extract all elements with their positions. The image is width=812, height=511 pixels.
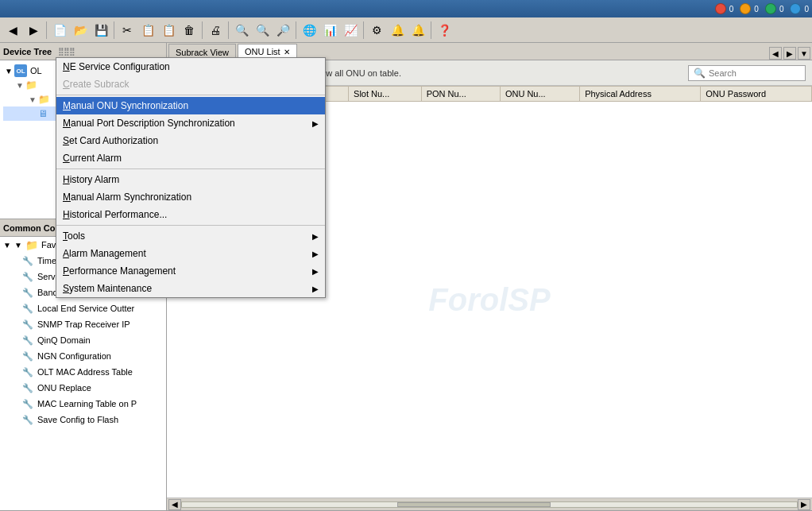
menu-tools[interactable]: Tools ▶	[56, 227, 325, 245]
menu-manual-port-desc-label: Manual Port Description Synchronization	[63, 118, 235, 129]
tb-yellow-btn[interactable]	[740, 3, 751, 14]
menu-manual-onu-sync[interactable]: Manual ONU Synchronization	[56, 97, 325, 114]
menu-set-card-auth[interactable]: Set Card Authorization	[56, 132, 325, 149]
tb-red-btn[interactable]	[715, 3, 726, 14]
toolbar-btn-search[interactable]: 🔍	[232, 21, 251, 40]
toolbar-btn-help[interactable]: ❓	[435, 21, 454, 40]
toolbar-btn-delete[interactable]: 🗑	[180, 21, 199, 40]
toolbar-btn-zoom-out[interactable]: 🔎	[273, 21, 292, 40]
list-item-olt-mac[interactable]: 🔧 OLT MAC Address Table	[0, 364, 166, 380]
tab-nav-right[interactable]: ▶	[783, 47, 796, 60]
search-box[interactable]: 🔍	[688, 65, 806, 81]
toolbar-sep-5	[296, 21, 296, 39]
toolbar-sep-3	[202, 21, 203, 39]
watermark: ForolSP	[428, 282, 550, 318]
item-label-9: MAC Learning Table on P	[37, 399, 137, 408]
menu-history-alarm-label: History Alarm	[63, 174, 119, 185]
search-input[interactable]	[709, 68, 796, 78]
col-slot-nu: Slot Nu...	[349, 87, 422, 102]
toolbar-btn-print[interactable]: 🖨	[206, 21, 225, 40]
menu-current-alarm-label: Current Alarm	[63, 153, 122, 164]
toolbar-btn-graph[interactable]: 📈	[341, 21, 360, 40]
menu-historical-perf[interactable]: Historical Performance...	[56, 206, 325, 223]
tb-green-btn[interactable]	[765, 3, 776, 14]
col-onu-nu: ONU Nu...	[500, 87, 579, 102]
col-physical-address: Physical Address	[580, 87, 701, 102]
horizontal-scrollbar[interactable]: ◀ ▶	[167, 497, 812, 510]
tb-blue-btn[interactable]	[790, 3, 801, 14]
toolbar-btn-settings[interactable]: ⚙	[367, 21, 386, 40]
toolbar-btn-save[interactable]: 💾	[91, 21, 110, 40]
tb-group-3: 0	[765, 3, 784, 14]
titlebar-controls: 0 0 0 0	[715, 3, 809, 14]
tree-icon-1: 📁	[25, 79, 37, 91]
menu-ne-service-label: NE Service Configuration	[63, 61, 170, 72]
list-item-qinq[interactable]: 🔧 QinQ Domain	[0, 332, 166, 348]
menu-manual-port-desc[interactable]: Manual Port Description Synchronization …	[56, 114, 325, 132]
toolbar-btn-forward[interactable]: ▶	[24, 21, 43, 40]
item-icon-0: 🔧	[22, 256, 33, 266]
item-icon-8: 🔧	[22, 383, 33, 393]
item-icon-2: 🔧	[22, 288, 33, 298]
toolbar-btn-open[interactable]: 📂	[71, 21, 90, 40]
item-label-6: NGN Configuration	[37, 351, 111, 361]
item-label-3: Local End Service Outter	[37, 304, 134, 313]
menu-ne-service[interactable]: NE Service Configuration	[56, 58, 325, 75]
toolbar-btn-copy[interactable]: 📋	[138, 21, 157, 40]
menu-historical-perf-label: Historical Performance...	[63, 209, 167, 220]
toolbar-btn-paste[interactable]: 📋	[159, 21, 178, 40]
toolbar-btn-zoom-in[interactable]: 🔍	[253, 21, 272, 40]
tab-onu-close[interactable]: ✕	[284, 48, 290, 56]
menu-alarm-mgmt-arrow: ▶	[312, 250, 319, 258]
scrollbar-track[interactable]	[181, 501, 798, 508]
menu-history-alarm[interactable]: History Alarm	[56, 171, 325, 188]
tab-nav-left[interactable]: ◀	[769, 47, 782, 60]
toolbar-sep-6	[363, 21, 364, 39]
menu-manual-port-arrow: ▶	[312, 119, 319, 128]
col-pon-nu: PON Nu...	[421, 87, 500, 102]
toolbar-btn-chart[interactable]: 📊	[320, 21, 339, 40]
tree-icon-3: 🖥	[38, 108, 48, 119]
list-item-snmp[interactable]: 🔧 SNMP Trap Receiver IP	[0, 316, 166, 332]
tab-nav: ◀ ▶ ▼	[769, 47, 810, 60]
item-label-7: OLT MAC Address Table	[37, 367, 133, 377]
scrollbar-thumb[interactable]	[397, 502, 551, 507]
toolbar-btn-new[interactable]: 📄	[50, 21, 69, 40]
toolbar-btn-alarm2[interactable]: 🔔	[408, 21, 427, 40]
list-item-local-end[interactable]: 🔧 Local End Service Outter	[0, 300, 166, 316]
menu-sys-maintenance-arrow: ▶	[312, 285, 319, 293]
menu-sep-3	[56, 225, 325, 226]
menu-create-subrack-label: Create Subrack	[63, 79, 129, 90]
item-icon-4: 🔧	[22, 319, 33, 330]
toolbar-btn-back[interactable]: ◀	[3, 21, 22, 40]
menu-perf-mgmt[interactable]: Performance Management ▶	[56, 262, 325, 280]
menu-create-subrack[interactable]: Create Subrack	[56, 75, 325, 93]
favorite-expand: ▼	[3, 241, 13, 250]
item-label-10: Save Config to Flash	[37, 415, 118, 424]
toolbar-btn-globe[interactable]: 🌐	[300, 21, 319, 40]
device-tree-label: Device Tree	[3, 47, 52, 56]
item-label-8: ONU Replace	[37, 383, 91, 393]
tree-icon-2: 📁	[38, 94, 50, 105]
list-item-onu-replace[interactable]: 🔧 ONU Replace	[0, 380, 166, 396]
item-icon-6: 🔧	[22, 351, 33, 362]
tree-label-root: OL	[30, 66, 42, 75]
col-onu-password: ONU Password	[701, 87, 812, 102]
menu-sep-1	[56, 95, 325, 95]
list-item-ngn[interactable]: 🔧 NGN Configuration	[0, 348, 166, 364]
scrollbar-right-btn[interactable]: ▶	[798, 499, 810, 510]
item-icon-1: 🔧	[22, 272, 33, 282]
tab-nav-down[interactable]: ▼	[798, 47, 810, 60]
scrollbar-left-btn[interactable]: ◀	[168, 499, 181, 510]
menu-manual-alarm-sync[interactable]: Manual Alarm Synchronization	[56, 188, 325, 206]
menu-sys-maintenance-label: System Maintenance	[63, 283, 152, 294]
toolbar-sep-4	[228, 21, 229, 39]
toolbar-btn-cut[interactable]: ✂	[118, 21, 137, 40]
list-item-mac-learning[interactable]: 🔧 MAC Learning Table on P	[0, 396, 166, 412]
tb-yellow-count: 0	[754, 5, 759, 14]
menu-sys-maintenance[interactable]: System Maintenance ▶	[56, 280, 325, 297]
menu-current-alarm[interactable]: Current Alarm	[56, 149, 325, 167]
list-item-save-config[interactable]: 🔧 Save Config to Flash	[0, 412, 166, 428]
menu-alarm-mgmt[interactable]: Alarm Management ▶	[56, 245, 325, 262]
toolbar-btn-alarm1[interactable]: 🔔	[388, 21, 407, 40]
